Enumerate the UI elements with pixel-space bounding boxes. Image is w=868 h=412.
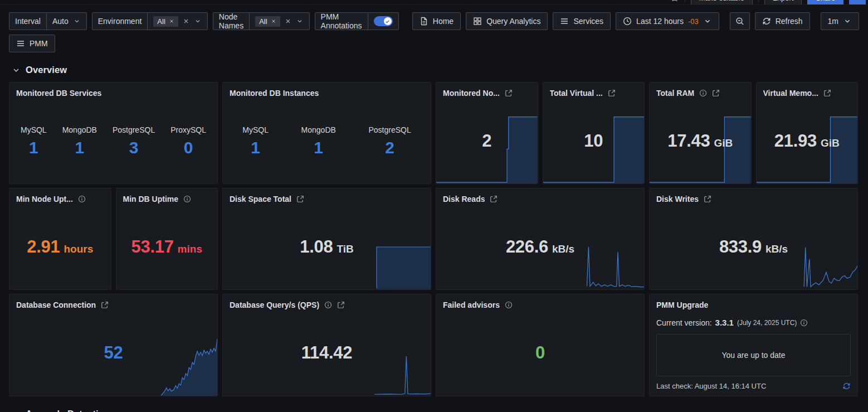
- panel-total-virtual-cpus[interactable]: Total Virtual ... 10: [543, 82, 645, 184]
- panel-min-db-uptime[interactable]: Min DB Uptime 53.17 mins: [116, 188, 218, 290]
- panel-database-qps[interactable]: Database Query/s (QPS) 114.42: [222, 294, 431, 396]
- share-button[interactable]: Share: [807, 0, 843, 5]
- menu-icon: [16, 39, 25, 48]
- section-overview[interactable]: Overview: [12, 65, 868, 75]
- pmm-annotations-label: PMM Annotations: [315, 13, 368, 30]
- chevron-down-icon: [12, 66, 20, 74]
- stat-value: 1: [242, 139, 269, 156]
- stat-label: MongoDB: [62, 125, 97, 134]
- panel-title: Virtual Memo...: [763, 89, 818, 98]
- services-button[interactable]: Services: [553, 12, 611, 30]
- panel-database-connection[interactable]: Database Connection 52: [9, 294, 218, 396]
- chevron-down-icon: [703, 17, 712, 26]
- home-button[interactable]: Home: [412, 12, 461, 30]
- environment-filter: Environment All: [92, 12, 208, 30]
- external-link-icon[interactable]: [490, 195, 498, 203]
- node-names-chip-all[interactable]: All: [255, 16, 280, 27]
- nav-primary-square-button[interactable]: [849, 0, 866, 5]
- stat-value: 21.93: [774, 131, 817, 151]
- info-icon[interactable]: [505, 301, 513, 309]
- chevron-down-icon[interactable]: [296, 17, 304, 25]
- info-icon[interactable]: [800, 319, 808, 327]
- external-link-icon[interactable]: [608, 89, 616, 97]
- remove-chip-icon[interactable]: [169, 18, 174, 24]
- panel-monitored-nodes[interactable]: Monitored No... 2: [436, 82, 538, 184]
- pmm-annotations-control: PMM Annotations: [315, 12, 399, 30]
- external-link-icon[interactable]: [823, 89, 831, 97]
- external-link-icon[interactable]: [505, 89, 513, 97]
- info-icon[interactable]: [183, 195, 191, 203]
- stat-label: PostgreSQL: [113, 125, 155, 134]
- clear-selection-icon[interactable]: [183, 18, 189, 25]
- clock-icon: [623, 17, 632, 26]
- refresh-button[interactable]: Refresh: [755, 12, 810, 30]
- stat-label: PostgreSQL: [368, 125, 411, 134]
- panel-title: Disk Writes: [656, 195, 699, 203]
- stat-postgresql: PostgreSQL 3: [113, 125, 155, 156]
- node-names-select[interactable]: All: [249, 13, 309, 30]
- panel-min-node-uptime[interactable]: Min Node Upt... 2.91 hours: [9, 188, 111, 290]
- panel-monitored-db-services[interactable]: Monitored DB Services MySQL 1 MongoDB 1 …: [9, 82, 218, 184]
- make-editable-button[interactable]: Make editable: [691, 0, 753, 5]
- section-title: Overview: [26, 65, 67, 75]
- pmm-menu-button[interactable]: PMM: [9, 35, 55, 52]
- clear-selection-icon[interactable]: [285, 18, 291, 25]
- panel-virtual-memory[interactable]: Virtual Memo... 21.93 GiB: [756, 82, 859, 184]
- query-analytics-button[interactable]: Query Analytics: [466, 12, 548, 30]
- chevron-down-icon[interactable]: [194, 17, 202, 25]
- home-label: Home: [433, 17, 453, 26]
- zoom-out-icon: [735, 17, 744, 26]
- panel-failed-advisors[interactable]: Failed advisors 0: [436, 294, 645, 396]
- stat-group: MySQL 1 MongoDB 1 PostgreSQL 2: [223, 98, 431, 183]
- external-link-icon[interactable]: [296, 195, 304, 203]
- current-version-row: Current version: 3.3.1 (July 24, 2025 UT…: [656, 318, 851, 327]
- panel-title: Monitored DB Services: [16, 89, 101, 98]
- panel-title: Monitored No...: [443, 89, 500, 98]
- check-updates-icon[interactable]: [842, 382, 851, 390]
- chevron-down-icon: [843, 17, 852, 26]
- stat-label: ProxySQL: [170, 125, 206, 134]
- section-anomaly-detection[interactable]: Anomaly Detection: [12, 409, 110, 412]
- panel-disk-writes[interactable]: Disk Writes 833.9 kB/s: [649, 188, 858, 290]
- stat-value: 114.42: [301, 343, 352, 363]
- panel-monitored-db-instances[interactable]: Monitored DB Instances MySQL 1 MongoDB 1…: [222, 82, 431, 184]
- info-icon[interactable]: [324, 301, 332, 309]
- export-button[interactable]: Export: [764, 0, 802, 5]
- stat-unit: GiB: [821, 137, 840, 149]
- info-icon[interactable]: [699, 89, 707, 97]
- panel-disk-reads[interactable]: Disk Reads 226.6 kB/s: [436, 188, 645, 290]
- environment-select[interactable]: All: [147, 13, 207, 30]
- external-link-icon[interactable]: [704, 195, 711, 203]
- stat-mysql: MySQL 1: [21, 125, 47, 156]
- node-names-filter: Node Names All: [213, 12, 310, 30]
- environment-chip-all[interactable]: All: [153, 16, 178, 27]
- stat-value: 52: [104, 343, 123, 363]
- star-icon[interactable]: [670, 0, 679, 2]
- info-icon[interactable]: [78, 195, 86, 203]
- external-link-icon[interactable]: [337, 301, 345, 309]
- remove-chip-icon[interactable]: [271, 18, 276, 24]
- external-link-icon[interactable]: [101, 301, 109, 309]
- panel-title: Total RAM: [656, 89, 694, 98]
- interval-label: Interval: [9, 13, 46, 30]
- stat-value: 0: [535, 343, 545, 363]
- panel-total-ram[interactable]: Total RAM 17.43 GiB: [649, 82, 752, 184]
- chevron-down-icon[interactable]: [73, 17, 81, 25]
- file-icon: [420, 17, 428, 26]
- refresh-interval-select[interactable]: 1m: [821, 12, 859, 30]
- interval-select[interactable]: Auto: [46, 13, 86, 30]
- check-icon: [385, 19, 390, 24]
- stat-value: 17.43: [667, 131, 710, 151]
- panel-disk-space-total[interactable]: Disk Space Total 1.08 TiB: [222, 188, 431, 290]
- time-range-picker[interactable]: Last 12 hours -03: [616, 12, 719, 30]
- stat-value: 1.08: [300, 237, 333, 257]
- zoom-out-button[interactable]: [730, 12, 750, 30]
- section-title: Anomaly Detection: [26, 409, 110, 412]
- pmm-annotations-toggle[interactable]: [374, 16, 393, 26]
- refresh-label: Refresh: [776, 17, 803, 26]
- panel-title: Database Connection: [16, 300, 96, 309]
- panel-pmm-upgrade[interactable]: PMM Upgrade Current version: 3.3.1 (July…: [649, 294, 858, 396]
- stat-unit: GiB: [714, 137, 733, 149]
- panel-title: Disk Reads: [443, 195, 485, 203]
- external-link-icon[interactable]: [712, 89, 720, 97]
